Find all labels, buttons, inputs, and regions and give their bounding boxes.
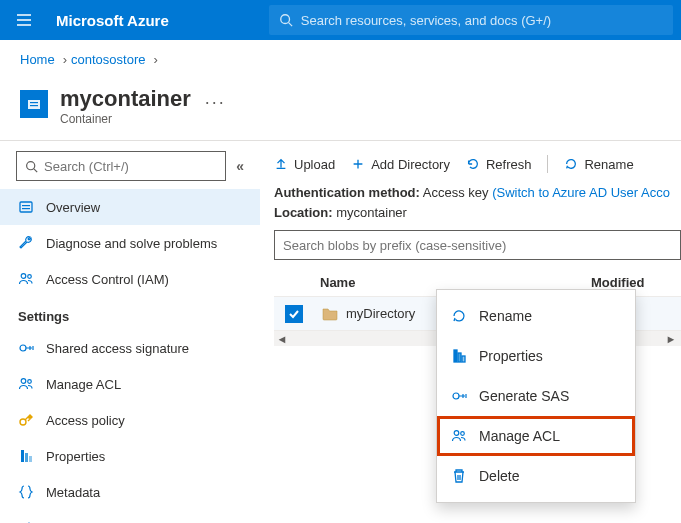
breadcrumb-contosostore[interactable]: contosostore bbox=[71, 52, 145, 67]
cm-label: Rename bbox=[479, 308, 532, 324]
key-link-icon bbox=[451, 388, 467, 404]
col-modified[interactable]: Modified bbox=[591, 275, 681, 290]
nav-label: Diagnose and solve problems bbox=[46, 236, 217, 251]
global-search-input[interactable] bbox=[301, 13, 663, 28]
toolbar: Upload Add Directory Refresh Rename bbox=[274, 151, 681, 183]
hamburger-menu-button[interactable] bbox=[8, 4, 40, 36]
search-icon bbox=[25, 160, 38, 173]
switch-auth-link[interactable]: (Switch to Azure AD User Acco bbox=[492, 185, 670, 200]
nav-properties[interactable]: Properties bbox=[0, 438, 260, 474]
local-search-input[interactable] bbox=[44, 159, 217, 174]
nav-manage-acl[interactable]: Manage ACL bbox=[0, 366, 260, 402]
blob-icon bbox=[18, 199, 34, 215]
auth-method-value: Access key bbox=[423, 185, 489, 200]
toolbar-label: Rename bbox=[584, 157, 633, 172]
nav-label: Properties bbox=[46, 449, 105, 464]
row-checkbox[interactable] bbox=[285, 305, 303, 323]
add-directory-button[interactable]: Add Directory bbox=[351, 157, 450, 172]
collapse-nav-button[interactable]: « bbox=[236, 158, 244, 174]
people-icon bbox=[18, 271, 34, 287]
hamburger-icon bbox=[16, 12, 32, 28]
cm-manage-acl[interactable]: Manage ACL bbox=[437, 416, 635, 456]
nav-label: Metadata bbox=[46, 485, 100, 500]
cm-label: Properties bbox=[479, 348, 543, 364]
breadcrumb-separator: › bbox=[153, 52, 157, 67]
properties-icon bbox=[451, 348, 467, 364]
plus-icon bbox=[351, 157, 365, 171]
toolbar-divider bbox=[547, 155, 548, 173]
global-search[interactable] bbox=[269, 5, 673, 35]
location-label: Location: bbox=[274, 205, 333, 220]
container-icon bbox=[20, 90, 48, 118]
nav-metadata[interactable]: Metadata bbox=[0, 474, 260, 510]
breadcrumb-separator: › bbox=[63, 52, 67, 67]
nav-label: Manage ACL bbox=[46, 377, 121, 392]
trash-icon bbox=[451, 468, 467, 484]
nav-label: Access policy bbox=[46, 413, 125, 428]
cm-label: Delete bbox=[479, 468, 519, 484]
nav-access-policy[interactable]: Access policy bbox=[0, 402, 260, 438]
refresh-icon bbox=[466, 157, 480, 171]
top-header: Microsoft Azure bbox=[0, 0, 681, 40]
nav-diagnose[interactable]: Diagnose and solve problems bbox=[0, 225, 260, 261]
people-icon bbox=[451, 428, 467, 444]
blob-search[interactable] bbox=[274, 230, 681, 260]
people-icon bbox=[18, 376, 34, 392]
properties-icon bbox=[18, 448, 34, 464]
nav-label: Shared access signature bbox=[46, 341, 189, 356]
cm-delete[interactable]: Delete bbox=[437, 456, 635, 496]
toolbar-label: Refresh bbox=[486, 157, 532, 172]
resource-title-row: mycontainer Container ··· bbox=[0, 80, 681, 141]
nav-shared-access-signature[interactable]: Shared access signature bbox=[0, 330, 260, 366]
resource-type-label: Container bbox=[60, 112, 191, 126]
toolbar-label: Add Directory bbox=[371, 157, 450, 172]
nav-access-control[interactable]: Access Control (IAM) bbox=[0, 261, 260, 297]
product-name: Microsoft Azure bbox=[56, 12, 169, 29]
nav-group-settings: Settings bbox=[0, 297, 260, 330]
main-content: Upload Add Directory Refresh Rename Auth… bbox=[260, 141, 681, 520]
location-value: mycontainer bbox=[336, 205, 407, 220]
wrench-icon bbox=[18, 235, 34, 251]
nav-overview[interactable]: Overview bbox=[0, 189, 260, 225]
scroll-left-arrow[interactable]: ◄ bbox=[274, 333, 290, 345]
row-name: myDirectory bbox=[346, 306, 415, 321]
svg-rect-13 bbox=[30, 105, 38, 106]
auth-method-label: Authentication method: bbox=[274, 185, 420, 200]
check-icon bbox=[288, 308, 300, 320]
rename-icon bbox=[451, 308, 467, 324]
local-search[interactable] bbox=[16, 151, 226, 181]
cm-label: Generate SAS bbox=[479, 388, 569, 404]
scroll-right-arrow[interactable]: ► bbox=[663, 333, 679, 345]
upload-icon bbox=[274, 157, 288, 171]
refresh-button[interactable]: Refresh bbox=[466, 157, 532, 172]
svg-rect-12 bbox=[30, 102, 38, 103]
breadcrumb: Home › contosostore › bbox=[0, 40, 681, 80]
cm-rename[interactable]: Rename bbox=[437, 296, 635, 336]
rename-icon bbox=[564, 157, 578, 171]
col-name[interactable]: Name bbox=[314, 275, 591, 290]
upload-button[interactable]: Upload bbox=[274, 157, 335, 172]
nav-editor[interactable]: Editor (preview) bbox=[0, 510, 260, 523]
info-block: Authentication method: Access key (Switc… bbox=[274, 183, 681, 222]
nav-label: Access Control (IAM) bbox=[46, 272, 169, 287]
toolbar-label: Upload bbox=[294, 157, 335, 172]
left-nav: « Overview Diagnose and solve problems A… bbox=[0, 141, 260, 520]
page-title: mycontainer bbox=[60, 86, 191, 112]
context-menu: Rename Properties Generate SAS Manage AC… bbox=[436, 289, 636, 503]
cm-generate-sas[interactable]: Generate SAS bbox=[437, 376, 635, 416]
rename-button[interactable]: Rename bbox=[564, 157, 633, 172]
braces-icon bbox=[18, 484, 34, 500]
key-icon bbox=[18, 412, 34, 428]
cm-properties[interactable]: Properties bbox=[437, 336, 635, 376]
blob-search-input[interactable] bbox=[283, 238, 672, 253]
breadcrumb-home[interactable]: Home bbox=[20, 52, 55, 67]
key-link-icon bbox=[18, 340, 34, 356]
nav-label: Overview bbox=[46, 200, 100, 215]
svg-rect-11 bbox=[28, 100, 40, 109]
cm-label: Manage ACL bbox=[479, 428, 560, 444]
folder-icon bbox=[322, 307, 338, 321]
more-actions-button[interactable]: ··· bbox=[205, 92, 226, 113]
search-icon bbox=[279, 13, 293, 27]
